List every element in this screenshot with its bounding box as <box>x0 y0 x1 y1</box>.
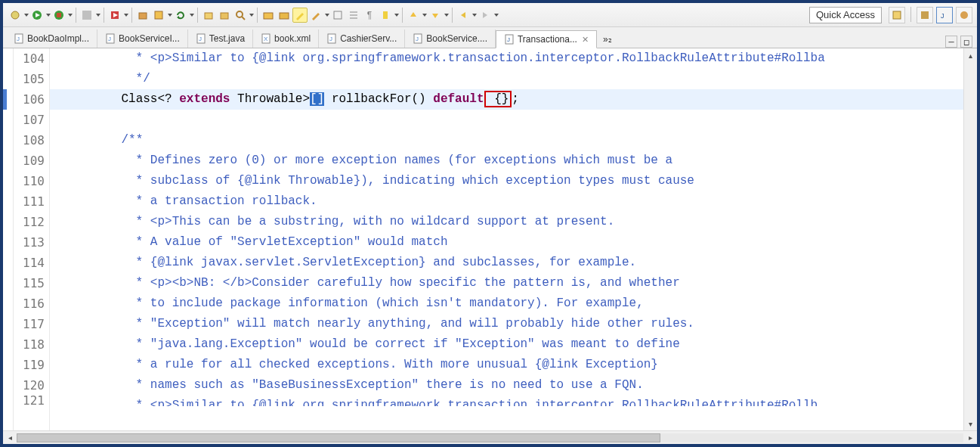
prev-dropdown[interactable] <box>422 14 427 17</box>
open-resource-icon[interactable] <box>217 8 232 23</box>
editor-tab[interactable]: JBookServiceI... <box>97 29 188 48</box>
code-line[interactable]: * <p>Similar to {@link org.springframewo… <box>50 396 963 406</box>
forward-icon[interactable] <box>478 8 493 23</box>
code-line[interactable]: * <p>Similar to {@link org.springframewo… <box>50 48 963 69</box>
prev-annotation-icon[interactable] <box>406 8 421 23</box>
new-class-icon[interactable] <box>151 8 166 23</box>
tab-label: BookDaoImpl... <box>27 33 89 44</box>
forward-dropdown[interactable] <box>493 14 499 17</box>
code-line[interactable]: * "java.lang.Exception" would be correct… <box>50 334 963 355</box>
svg-line-14 <box>242 17 245 20</box>
tab-label: Transactiona... <box>518 34 577 45</box>
debug-icon[interactable] <box>51 8 66 23</box>
folder2-icon[interactable] <box>277 8 292 23</box>
run-dropdown[interactable] <box>45 14 51 17</box>
tab-overflow-button[interactable]: »₂ <box>597 31 618 48</box>
maximize-view-icon[interactable]: ◻ <box>960 36 972 48</box>
refresh-dropdown[interactable] <box>189 14 194 17</box>
refresh-icon[interactable] <box>173 8 188 23</box>
file-icon: J <box>196 33 206 44</box>
code-line[interactable]: * <p>This can be a substring, with no wi… <box>50 212 963 232</box>
scroll-left-icon[interactable]: ◂ <box>3 433 17 442</box>
quick-access-input[interactable]: Quick Access <box>809 7 882 23</box>
svg-point-13 <box>236 11 243 17</box>
outline-icon[interactable] <box>346 8 361 23</box>
scroll-down-icon[interactable]: ▾ <box>964 417 977 430</box>
new-package-icon[interactable] <box>135 8 150 23</box>
edit-icon[interactable] <box>308 8 323 23</box>
scroll-up-icon[interactable]: ▴ <box>964 48 977 62</box>
line-number: 114 <box>14 253 49 273</box>
scroll-right-icon[interactable]: ▸ <box>963 433 977 442</box>
code-line[interactable]: * Defines zero (0) or more exception nam… <box>50 151 963 171</box>
svg-rect-9 <box>155 11 162 19</box>
hscroll-thumb[interactable] <box>17 433 660 442</box>
stop-icon[interactable] <box>79 8 94 23</box>
back-icon[interactable] <box>456 8 471 23</box>
pilcrow-icon[interactable]: ¶ <box>362 8 377 23</box>
svg-rect-12 <box>221 13 228 19</box>
editor-tab[interactable]: JTransactiona...✕ <box>496 30 597 48</box>
run-icon[interactable] <box>29 8 45 23</box>
vertical-scrollbar[interactable]: ▴ ▾ <box>963 48 977 430</box>
code-line[interactable]: * names such as "BaseBusinessException" … <box>50 375 963 396</box>
file-icon: J <box>14 33 24 44</box>
line-number: 104 <box>14 48 49 69</box>
svg-point-31 <box>960 11 968 19</box>
file-icon: J <box>105 33 116 44</box>
editor-tab[interactable]: JBookService.... <box>405 29 496 48</box>
toggle-icon[interactable] <box>330 8 345 23</box>
code-line[interactable]: * to include package information (which … <box>50 293 963 314</box>
code-line[interactable]: * A value of "ServletException" would ma… <box>50 232 963 253</box>
code-editor[interactable]: 1041051061071081091101111121131141151161… <box>3 48 977 430</box>
new-menu-icon[interactable] <box>8 8 23 23</box>
debug-perspective-icon[interactable] <box>956 7 972 23</box>
close-tab-icon[interactable]: ✕ <box>582 35 589 45</box>
open-type-icon[interactable] <box>201 8 216 23</box>
java-perspective-icon[interactable] <box>917 7 933 23</box>
class-dropdown[interactable] <box>167 14 172 17</box>
ext-tools-icon[interactable] <box>107 8 122 23</box>
highlight-icon[interactable] <box>292 8 308 23</box>
line-number: 120 <box>14 375 49 396</box>
next-annotation-icon[interactable] <box>428 8 443 23</box>
line-number: 107 <box>14 110 49 130</box>
bookmark-dropdown[interactable] <box>394 14 399 17</box>
bookmark-icon[interactable] <box>378 8 393 23</box>
edit-dropdown[interactable] <box>324 14 329 17</box>
editor-tab[interactable]: Xbook.xml <box>253 29 319 48</box>
minimize-view-icon[interactable]: ─ <box>945 36 957 48</box>
code-line[interactable]: * <p><b>NB: </b>Consider carefully how s… <box>50 273 963 293</box>
svg-marker-26 <box>461 12 465 18</box>
code-line[interactable]: * "Exception" will match nearly anything… <box>50 314 963 334</box>
horizontal-scrollbar[interactable]: ◂ ▸ <box>3 430 977 444</box>
code-line[interactable]: */ <box>50 69 963 89</box>
svg-marker-27 <box>483 12 487 18</box>
code-line[interactable]: /** <box>50 130 963 151</box>
next-dropdown[interactable] <box>444 14 449 17</box>
code-line[interactable]: * {@link javax.servlet.ServletException}… <box>50 253 963 273</box>
hscroll-track[interactable] <box>17 433 963 442</box>
code-line[interactable]: * a rule for all checked exceptions. Wit… <box>50 355 963 375</box>
editor-tab[interactable]: JTest.java <box>188 29 253 48</box>
open-perspective-icon[interactable] <box>889 7 905 23</box>
code-line[interactable] <box>50 110 963 130</box>
new-dropdown[interactable] <box>23 14 29 17</box>
code-line[interactable]: Class<? extends Throwable>[] rollbackFor… <box>50 89 963 110</box>
code-area[interactable]: * <p>Similar to {@link org.springframewo… <box>50 48 963 430</box>
javaee-perspective-icon[interactable]: J <box>936 7 953 23</box>
back-dropdown[interactable] <box>471 14 477 17</box>
editor-tab[interactable]: JBookDaoImpl... <box>6 29 97 48</box>
editor-tab[interactable]: JCashierServ... <box>319 29 405 48</box>
debug-dropdown[interactable] <box>67 14 73 17</box>
code-line[interactable]: * subclass of {@link Throwable}), indica… <box>50 171 963 191</box>
tab-label: BookService.... <box>426 33 487 44</box>
search-dropdown[interactable] <box>249 14 254 17</box>
stop-dropdown[interactable] <box>95 14 100 17</box>
folder1-icon[interactable] <box>261 8 276 23</box>
line-number: 108 <box>14 130 49 151</box>
ext-dropdown[interactable] <box>123 14 128 17</box>
svg-rect-29 <box>921 11 929 19</box>
code-line[interactable]: * a transaction rollback. <box>50 191 963 212</box>
search-icon[interactable] <box>233 8 248 23</box>
